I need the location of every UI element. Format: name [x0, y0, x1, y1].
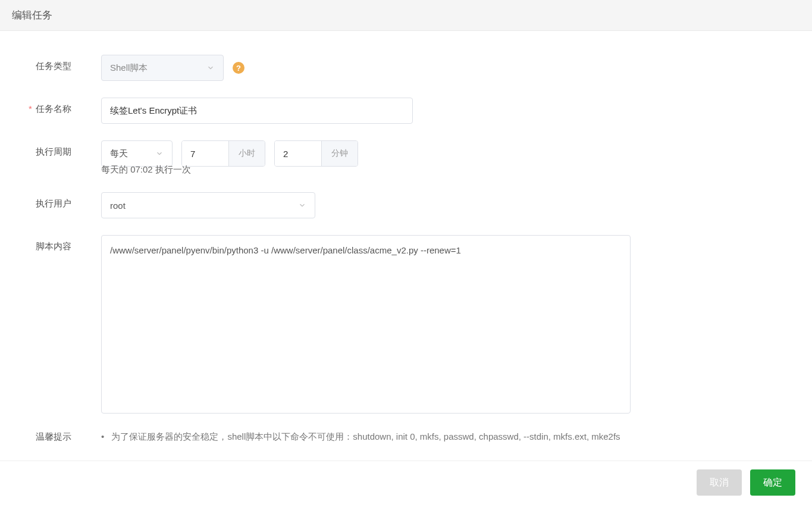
- bullet-icon: •: [101, 431, 104, 441]
- label-task-name: 任务名称: [36, 98, 101, 115]
- row-user: 执行用户 root: [36, 192, 776, 218]
- minute-suffix: 分钟: [321, 141, 358, 166]
- script-textarea[interactable]: [101, 235, 631, 414]
- label-user: 执行用户: [36, 192, 101, 209]
- help-icon[interactable]: ?: [233, 62, 244, 74]
- hour-suffix: 小时: [228, 141, 265, 166]
- chevron-down-icon: [155, 149, 164, 158]
- content-task-name: [101, 98, 776, 124]
- user-select[interactable]: root: [101, 192, 315, 218]
- content-cycle: 每天 小时 分钟: [101, 140, 776, 167]
- row-task-type: 任务类型 Shell脚本 ?: [36, 55, 776, 81]
- dialog-title: 编辑任务: [12, 10, 52, 21]
- row-cycle: 执行周期 每天 小时 分钟: [36, 140, 776, 167]
- label-script: 脚本内容: [36, 235, 101, 252]
- dialog-footer: 取消 确定: [0, 461, 812, 504]
- user-value: root: [110, 201, 126, 211]
- row-task-name: 任务名称: [36, 98, 776, 124]
- hour-input-group: 小时: [181, 140, 265, 167]
- row-tips: 温馨提示 • 为了保证服务器的安全稳定，shell脚本中以下命令不可使用：shu…: [36, 431, 776, 443]
- minute-input-group: 分钟: [274, 140, 358, 167]
- chevron-down-icon: [298, 201, 306, 209]
- tips-text: 为了保证服务器的安全稳定，shell脚本中以下命令不可使用：shutdown, …: [111, 431, 620, 441]
- content-task-type: Shell脚本 ?: [101, 55, 776, 81]
- row-script: 脚本内容: [36, 235, 776, 414]
- task-type-select[interactable]: Shell脚本: [101, 55, 224, 81]
- label-tips: 温馨提示: [36, 431, 101, 443]
- cycle-freq-value: 每天: [110, 148, 128, 159]
- task-type-value: Shell脚本: [110, 62, 148, 74]
- label-task-type: 任务类型: [36, 55, 101, 72]
- confirm-button[interactable]: 确定: [750, 469, 795, 496]
- task-name-input[interactable]: [101, 98, 413, 124]
- minute-input[interactable]: [275, 141, 321, 166]
- content-user: root: [101, 192, 776, 218]
- cancel-button[interactable]: 取消: [697, 469, 742, 496]
- tips-content: • 为了保证服务器的安全稳定，shell脚本中以下命令不可使用：shutdown…: [101, 431, 620, 443]
- cycle-freq-select[interactable]: 每天: [101, 140, 173, 167]
- content-script: [101, 235, 776, 414]
- hour-input[interactable]: [182, 141, 228, 166]
- chevron-down-icon: [206, 64, 215, 72]
- dialog-body: 任务类型 Shell脚本 ? 任务名称 执行周期 每天: [0, 31, 812, 461]
- label-cycle: 执行周期: [36, 140, 101, 158]
- dialog-header: 编辑任务: [0, 0, 812, 31]
